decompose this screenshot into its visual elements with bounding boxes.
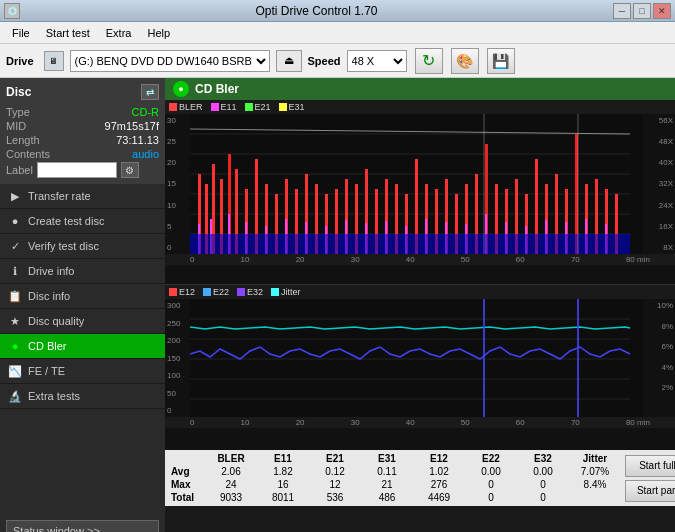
sidebar-item-fe-te[interactable]: 📉 FE / TE bbox=[0, 359, 165, 384]
speed-select[interactable]: 48 X bbox=[347, 50, 407, 72]
main-layout: Disc ⇄ Type CD-R MID 97m15s17f Length 73… bbox=[0, 78, 675, 532]
svg-rect-72 bbox=[190, 234, 630, 254]
transfer-rate-icon: ▶ bbox=[8, 189, 22, 203]
verify-test-disc-icon: ✓ bbox=[8, 239, 22, 253]
speed-label: Speed bbox=[308, 55, 341, 67]
bottom-chart-legend: E12 E22 E32 Jitter bbox=[165, 285, 675, 299]
chart-title: CD Bler bbox=[195, 82, 239, 96]
disc-contents-value: audio bbox=[132, 148, 159, 160]
stats-avg-jitter: 7.07% bbox=[569, 465, 621, 478]
top-chart-legend: BLER E11 E21 E31 bbox=[165, 100, 675, 114]
disc-label-input[interactable] bbox=[37, 162, 117, 178]
restore-button[interactable]: □ bbox=[633, 3, 651, 19]
e21-color-swatch bbox=[245, 103, 253, 111]
bler-color-swatch bbox=[169, 103, 177, 111]
disc-quality-icon: ★ bbox=[8, 314, 22, 328]
color-button[interactable]: 🎨 bbox=[451, 48, 479, 74]
window-title: Opti Drive Control 1.70 bbox=[20, 4, 613, 18]
e12-color-swatch bbox=[169, 288, 177, 296]
stats-table: BLER E11 E21 E31 E12 E22 E32 Jitter Avg … bbox=[169, 452, 621, 504]
titlebar: 💿 Opti Drive Control 1.70 ─ □ ✕ bbox=[0, 0, 675, 22]
sidebar-item-extra-tests-label: Extra tests bbox=[28, 390, 80, 402]
stats-header-e11: E11 bbox=[257, 452, 309, 465]
extra-tests-icon: 🔬 bbox=[8, 389, 22, 403]
stats-header-row: BLER E11 E21 E31 E12 E22 E32 Jitter bbox=[169, 452, 621, 465]
disc-type-label: Type bbox=[6, 106, 30, 118]
sidebar-item-disc-quality[interactable]: ★ Disc quality bbox=[0, 309, 165, 334]
menu-file[interactable]: File bbox=[4, 25, 38, 41]
stats-max-jitter: 8.4% bbox=[569, 478, 621, 491]
disc-label-icon-button[interactable]: ⚙ bbox=[121, 162, 139, 178]
stats-avg-e31: 0.11 bbox=[361, 465, 413, 478]
chart-header: ● CD Bler bbox=[165, 78, 675, 100]
legend-e21: E21 bbox=[245, 102, 271, 112]
drivebar: Drive 🖥 (G:) BENQ DVD DD DW1640 BSRB ⏏ S… bbox=[0, 44, 675, 78]
save-button[interactable]: 💾 bbox=[487, 48, 515, 74]
disc-contents-label: Contents bbox=[6, 148, 50, 160]
sidebar-item-transfer-rate[interactable]: ▶ Transfer rate bbox=[0, 184, 165, 209]
sidebar-item-verify-test-disc-label: Verify test disc bbox=[28, 240, 99, 252]
stats-total-row: Total 9033 8011 536 486 4469 0 0 bbox=[169, 491, 621, 504]
stats-header-e22: E22 bbox=[465, 452, 517, 465]
menu-extra[interactable]: Extra bbox=[98, 25, 140, 41]
drive-info-icon: ℹ bbox=[8, 264, 22, 278]
stats-total-e12: 4469 bbox=[413, 491, 465, 504]
e21-legend-label: E21 bbox=[255, 102, 271, 112]
stats-max-e11: 16 bbox=[257, 478, 309, 491]
sidebar-item-extra-tests[interactable]: 🔬 Extra tests bbox=[0, 384, 165, 409]
sidebar-item-disc-info-label: Disc info bbox=[28, 290, 70, 302]
sidebar-item-verify-test-disc[interactable]: ✓ Verify test disc bbox=[0, 234, 165, 259]
legend-e32: E32 bbox=[237, 287, 263, 297]
disc-section: Disc ⇄ Type CD-R MID 97m15s17f Length 73… bbox=[0, 78, 165, 184]
top-chart-svg bbox=[190, 114, 643, 254]
refresh-button[interactable]: ↻ bbox=[415, 48, 443, 74]
stats-total-e32: 0 bbox=[517, 491, 569, 504]
stats-header-e12: E12 bbox=[413, 452, 465, 465]
sidebar: Disc ⇄ Type CD-R MID 97m15s17f Length 73… bbox=[0, 78, 165, 532]
menu-start-test[interactable]: Start test bbox=[38, 25, 98, 41]
sidebar-item-create-test-disc[interactable]: ● Create test disc bbox=[0, 209, 165, 234]
stats-max-e31: 21 bbox=[361, 478, 413, 491]
e32-color-swatch bbox=[237, 288, 245, 296]
legend-bler: BLER bbox=[169, 102, 203, 112]
jitter-legend-label: Jitter bbox=[281, 287, 301, 297]
bler-legend-label: BLER bbox=[179, 102, 203, 112]
e31-color-swatch bbox=[279, 103, 287, 111]
sidebar-item-drive-info-label: Drive info bbox=[28, 265, 74, 277]
create-test-disc-icon: ● bbox=[8, 214, 22, 228]
stats-avg-e11: 1.82 bbox=[257, 465, 309, 478]
stats-area: BLER E11 E21 E31 E12 E22 E32 Jitter Avg … bbox=[165, 450, 675, 506]
drive-icon: 🖥 bbox=[44, 51, 64, 71]
minimize-button[interactable]: ─ bbox=[613, 3, 631, 19]
bottom-chart-svg bbox=[190, 299, 643, 417]
e22-legend-label: E22 bbox=[213, 287, 229, 297]
sidebar-item-cd-bler[interactable]: ● CD Bler bbox=[0, 334, 165, 359]
status-window-button[interactable]: Status window >> bbox=[6, 520, 159, 532]
fe-te-icon: 📉 bbox=[8, 364, 22, 378]
stats-max-label: Max bbox=[169, 478, 205, 491]
menu-help[interactable]: Help bbox=[139, 25, 178, 41]
sidebar-item-drive-info[interactable]: ℹ Drive info bbox=[0, 259, 165, 284]
stats-avg-row: Avg 2.06 1.82 0.12 0.11 1.02 0.00 0.00 7… bbox=[169, 465, 621, 478]
menubar: File Start test Extra Help bbox=[0, 22, 675, 44]
sidebar-item-transfer-rate-label: Transfer rate bbox=[28, 190, 91, 202]
disc-mid-value: 97m15s17f bbox=[105, 120, 159, 132]
legend-e12: E12 bbox=[169, 287, 195, 297]
sidebar-item-disc-info[interactable]: 📋 Disc info bbox=[0, 284, 165, 309]
start-part-button[interactable]: Start part bbox=[625, 480, 675, 502]
disc-expand-button[interactable]: ⇄ bbox=[141, 84, 159, 100]
drive-select[interactable]: (G:) BENQ DVD DD DW1640 BSRB bbox=[70, 50, 270, 72]
e11-color-swatch bbox=[211, 103, 219, 111]
stats-total-bler: 9033 bbox=[205, 491, 257, 504]
start-full-button[interactable]: Start full bbox=[625, 455, 675, 477]
eject-button[interactable]: ⏏ bbox=[276, 50, 302, 72]
e31-legend-label: E31 bbox=[289, 102, 305, 112]
stats-header-e31: E31 bbox=[361, 452, 413, 465]
window-controls: ─ □ ✕ bbox=[613, 3, 671, 19]
sidebar-item-disc-quality-label: Disc quality bbox=[28, 315, 84, 327]
stats-avg-e22: 0.00 bbox=[465, 465, 517, 478]
sidebar-item-cd-bler-label: CD Bler bbox=[28, 340, 67, 352]
stats-total-e11: 8011 bbox=[257, 491, 309, 504]
e12-legend-label: E12 bbox=[179, 287, 195, 297]
close-button[interactable]: ✕ bbox=[653, 3, 671, 19]
